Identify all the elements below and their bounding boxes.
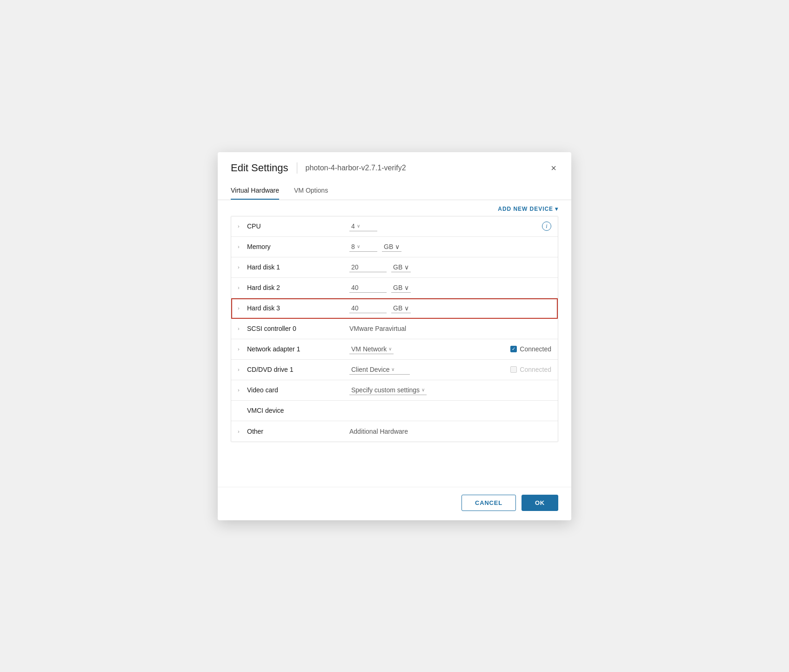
label-memory: Memory	[247, 243, 349, 250]
value-network-adapter: VM Network ∨	[349, 344, 510, 354]
toolbar: ADD NEW DEVICE ▾	[231, 200, 558, 216]
close-button[interactable]: ×	[549, 161, 558, 175]
row-network-adapter: ›Network adapter 1 VM Network ∨ Connecte…	[231, 339, 558, 360]
row-other: ›Other Additional Hardware	[231, 421, 558, 442]
hardware-table: ›CPU 4 ∨ i ›Memory 8 ∨ GB ∨ ›Hard disk 1…	[231, 216, 558, 442]
dialog-header: Edit Settings photon-4-harbor-v2.7.1-ver…	[218, 152, 571, 175]
ok-button[interactable]: OK	[522, 495, 558, 511]
chevron-icon: ∨	[404, 284, 409, 291]
expand-network-adapter[interactable]: ›	[238, 346, 243, 352]
connected-label-disabled: Connected	[520, 366, 551, 373]
input-hard-disk-2[interactable]	[349, 283, 387, 293]
row-memory: ›Memory 8 ∨ GB ∨	[231, 237, 558, 257]
input-hard-disk-1[interactable]	[349, 262, 387, 272]
tab-vm-options[interactable]: VM Options	[294, 182, 328, 200]
label-hard-disk-3: Hard disk 3	[247, 304, 349, 312]
label-cpu: CPU	[247, 222, 349, 230]
value-cd-dvd-drive: Client Device ∨	[349, 365, 510, 375]
unit-select-hard-disk-2[interactable]: GB ∨	[391, 283, 411, 293]
edit-settings-dialog: Edit Settings photon-4-harbor-v2.7.1-ver…	[218, 152, 571, 520]
label-hard-disk-2: Hard disk 2	[247, 284, 349, 291]
cancel-button[interactable]: CANCEL	[461, 495, 516, 511]
row-scsi-controller: ›SCSI controller 0 VMware Paravirtual	[231, 319, 558, 339]
add-new-device-button[interactable]: ADD NEW DEVICE ▾	[498, 206, 558, 212]
expand-other[interactable]: ›	[238, 429, 243, 434]
chevron-icon: ∨	[421, 387, 425, 392]
label-network-adapter: Network adapter 1	[247, 345, 349, 353]
value-hard-disk-3: GB ∨	[349, 303, 551, 313]
value-memory: 8 ∨ GB ∨	[349, 242, 551, 252]
expand-hard-disk-2[interactable]: ›	[238, 285, 243, 290]
value-other: Additional Hardware	[349, 428, 551, 435]
label-video-card: Video card	[247, 386, 349, 394]
label-vmci-device: VMCI device	[247, 407, 349, 414]
tabs-bar: Virtual Hardware VM Options	[218, 182, 571, 200]
select-cpu[interactable]: 4 ∨	[349, 222, 377, 231]
select-memory[interactable]: 8 ∨	[349, 242, 377, 252]
row-hard-disk-1: ›Hard disk 1 GB ∨	[231, 257, 558, 278]
connected-checkbox-wrap[interactable]: Connected	[510, 345, 551, 353]
label-cd-dvd-drive: CD/DVD drive 1	[247, 366, 349, 373]
dialog-footer: CANCEL OK	[218, 487, 571, 520]
static-scsi-controller: VMware Paravirtual	[349, 325, 406, 332]
tab-virtual-hardware[interactable]: Virtual Hardware	[231, 182, 279, 200]
row-cd-dvd-drive: ›CD/DVD drive 1 Client Device ∨ Connecte…	[231, 360, 558, 380]
unit-select-hard-disk-3[interactable]: GB ∨	[391, 303, 411, 313]
expand-hard-disk-1[interactable]: ›	[238, 264, 243, 270]
value-cpu: 4 ∨	[349, 222, 542, 231]
row-cpu: ›CPU 4 ∨ i	[231, 216, 558, 237]
select-cd-dvd-drive[interactable]: Client Device ∨	[349, 365, 410, 375]
action-network-adapter: Connected	[510, 345, 551, 353]
dialog-body: ADD NEW DEVICE ▾ ›CPU 4 ∨ i ›Memory 8 ∨ …	[218, 200, 571, 487]
value-video-card: Specify custom settings ∨	[349, 385, 551, 395]
label-other: Other	[247, 428, 349, 435]
expand-memory[interactable]: ›	[238, 244, 243, 249]
info-icon[interactable]: i	[542, 222, 551, 231]
connected-checkbox-wrap-disabled: Connected	[510, 366, 551, 373]
action-cpu: i	[542, 222, 551, 231]
chevron-icon: ∨	[404, 304, 409, 312]
row-video-card: ›Video card Specify custom settings ∨	[231, 380, 558, 401]
chevron-icon: ∨	[388, 346, 392, 351]
input-hard-disk-3[interactable]	[349, 303, 387, 313]
select-network-adapter[interactable]: VM Network ∨	[349, 344, 394, 354]
chevron-icon: ∨	[395, 243, 400, 250]
dialog-subtitle: photon-4-harbor-v2.7.1-verify2	[306, 164, 406, 172]
chevron-icon: ∨	[357, 244, 360, 249]
unit-select-memory[interactable]: GB ∨	[382, 242, 401, 252]
label-scsi-controller: SCSI controller 0	[247, 325, 349, 332]
expand-cpu[interactable]: ›	[238, 223, 243, 229]
empty-space	[231, 442, 558, 479]
chevron-icon: ∨	[391, 367, 394, 372]
static-other: Additional Hardware	[349, 428, 408, 435]
expand-video-card[interactable]: ›	[238, 387, 243, 393]
dialog-title: Edit Settings	[231, 162, 288, 174]
value-hard-disk-2: GB ∨	[349, 283, 551, 293]
row-vmci-device: ›VMCI device	[231, 401, 558, 421]
value-scsi-controller: VMware Paravirtual	[349, 325, 551, 332]
expand-scsi-controller[interactable]: ›	[238, 326, 243, 331]
chevron-icon: ∨	[357, 223, 360, 228]
action-cd-dvd-drive: Connected	[510, 366, 551, 373]
label-hard-disk-1: Hard disk 1	[247, 263, 349, 271]
select-video-card[interactable]: Specify custom settings ∨	[349, 385, 427, 395]
value-hard-disk-1: GB ∨	[349, 262, 551, 272]
row-hard-disk-3: ›Hard disk 3 GB ∨	[231, 298, 558, 319]
chevron-icon: ∨	[404, 263, 409, 271]
connected-checkbox-disabled	[510, 366, 517, 373]
connected-label: Connected	[520, 345, 551, 353]
connected-checkbox[interactable]	[510, 346, 517, 352]
row-hard-disk-2: ›Hard disk 2 GB ∨	[231, 278, 558, 298]
unit-select-hard-disk-1[interactable]: GB ∨	[391, 262, 411, 272]
header-divider	[297, 162, 297, 174]
expand-hard-disk-3[interactable]: ›	[238, 305, 243, 311]
expand-cd-dvd-drive[interactable]: ›	[238, 367, 243, 372]
